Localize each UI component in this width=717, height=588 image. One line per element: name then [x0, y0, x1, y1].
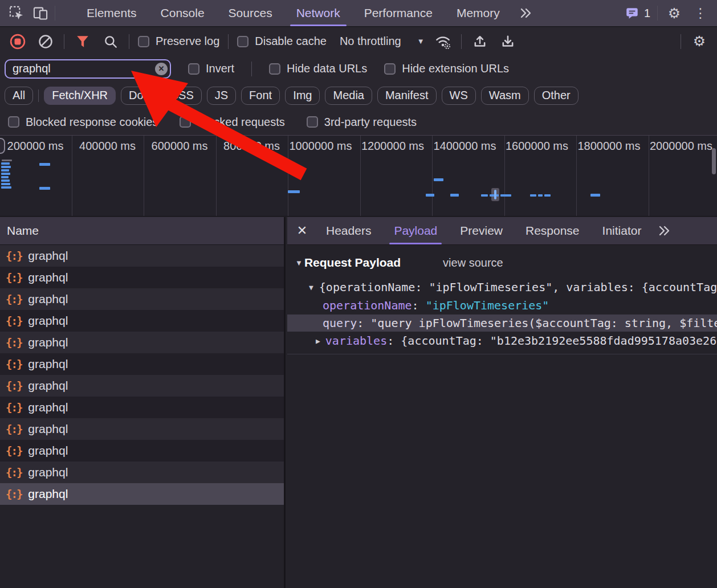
payload-query-line[interactable]: query : "query ipFlowTimeseries($account… [287, 315, 717, 332]
hide-data-urls-label: Hide data URLs [287, 62, 367, 75]
json-icon [6, 358, 22, 370]
timeline-tick: 1600000 ms [505, 136, 577, 216]
record-network-log-icon[interactable] [8, 32, 27, 51]
import-har-icon[interactable] [470, 32, 490, 51]
clear-filter-icon[interactable]: ✕ [155, 63, 168, 75]
triangle-right-icon: ▶ [316, 337, 320, 345]
tab-memory[interactable]: Memory [445, 0, 512, 26]
waterfall-bar [590, 194, 600, 197]
devtools-tab-bar: ElementsConsoleSourcesNetworkPerformance… [0, 0, 717, 27]
throttling-select[interactable]: No throttling ▼ [340, 35, 425, 48]
pill-css[interactable]: CSS [162, 87, 202, 105]
view-source-link[interactable]: view source [443, 256, 503, 270]
blocked-response-cookies-checkbox[interactable] [8, 116, 19, 128]
pill-media[interactable]: Media [325, 87, 372, 105]
more-details-tabs-icon[interactable] [655, 221, 674, 240]
json-icon [6, 336, 22, 349]
network-conditions-icon[interactable] [433, 32, 453, 51]
search-icon[interactable] [101, 32, 120, 51]
pill-wasm[interactable]: Wasm [481, 87, 529, 105]
preserve-log-checkbox[interactable] [138, 36, 149, 47]
payload-summary-line[interactable]: ▼ {operationName: "ipFlowTimeseries", va… [287, 278, 717, 296]
name-column-label: Name [7, 224, 39, 238]
request-name: graphql [28, 357, 68, 371]
blocked-response-cookies-toggle[interactable]: Blocked response cookies [8, 116, 158, 129]
request-row[interactable]: graphql [0, 332, 284, 353]
request-row[interactable]: graphql [0, 353, 284, 375]
waterfall-bar [500, 194, 511, 197]
request-row[interactable]: graphql [0, 375, 284, 397]
hide-extension-urls-toggle[interactable]: Hide extension URLs [384, 62, 509, 75]
tab-console[interactable]: Console [149, 0, 217, 26]
pill-ws[interactable]: WS [442, 87, 476, 105]
json-key: operationName [323, 299, 412, 312]
waterfall-bar [538, 194, 543, 197]
more-panels-icon[interactable] [516, 3, 536, 23]
pill-fetch-xhr[interactable]: Fetch/XHR [44, 87, 116, 105]
details-tab-headers[interactable]: Headers [315, 217, 382, 244]
disable-cache-label: Disable cache [255, 35, 327, 48]
details-tab-response[interactable]: Response [514, 217, 591, 244]
pill-other[interactable]: Other [534, 87, 579, 105]
details-tab-preview[interactable]: Preview [449, 217, 514, 244]
blocked-requests-checkbox[interactable] [180, 116, 191, 128]
blocked-requests-toggle[interactable]: Blocked requests [180, 116, 284, 129]
request-name: graphql [28, 336, 68, 349]
third-party-requests-checkbox[interactable] [307, 116, 318, 128]
pill-all[interactable]: All [5, 87, 33, 105]
name-column-header[interactable]: Name [0, 217, 284, 245]
request-row[interactable]: graphql [0, 267, 284, 288]
settings-gear-icon[interactable]: ⚙ [665, 3, 684, 23]
hide-extension-urls-checkbox[interactable] [384, 63, 396, 75]
third-party-requests-toggle[interactable]: 3rd-party requests [307, 116, 417, 129]
invert-checkbox[interactable] [188, 63, 199, 75]
tab-elements[interactable]: Elements [75, 0, 149, 26]
disable-cache-checkbox[interactable] [237, 36, 248, 47]
request-row[interactable]: graphql [0, 397, 284, 418]
pill-js[interactable]: JS [207, 87, 236, 105]
filter-icon[interactable] [73, 32, 92, 51]
kebab-menu-icon[interactable]: ⋮ [691, 3, 710, 23]
third-party-requests-label: 3rd-party requests [324, 116, 417, 129]
hide-data-urls-toggle[interactable]: Hide data URLs [269, 62, 367, 75]
details-tab-initiator[interactable]: Initiator [591, 217, 653, 244]
request-row[interactable]: graphql [0, 310, 284, 332]
tab-network[interactable]: Network [284, 0, 352, 26]
request-name: graphql [28, 379, 68, 393]
request-row[interactable]: graphql [0, 440, 284, 462]
inspect-element-icon[interactable] [7, 3, 26, 23]
request-row[interactable]: graphql [0, 288, 284, 310]
details-tab-payload[interactable]: Payload [382, 217, 449, 244]
preserve-log-toggle[interactable]: Preserve log [138, 35, 219, 48]
request-row[interactable]: graphql [0, 483, 284, 505]
hide-data-urls-checkbox[interactable] [269, 63, 280, 75]
tab-performance[interactable]: Performance [352, 0, 445, 26]
network-settings-gear-icon[interactable]: ⚙ [690, 32, 709, 51]
pill-font[interactable]: Font [241, 87, 280, 105]
device-toolbar-icon[interactable] [31, 3, 50, 23]
payload-operation-name-line[interactable]: operationName : "ipFlowTimeseries" [287, 296, 717, 315]
request-row[interactable]: graphql [0, 245, 284, 267]
pill-doc[interactable]: Doc [121, 87, 157, 105]
waterfall-overview[interactable]: 200000 ms400000 ms600000 ms800000 ms1000… [0, 135, 717, 217]
clear-network-log-icon[interactable] [36, 32, 55, 51]
request-name: graphql [28, 444, 68, 458]
json-string-value: "query ipFlowTimeseries($accountTag: str… [370, 316, 717, 330]
waterfall-bar [1, 162, 10, 165]
filter-input[interactable] [5, 59, 171, 79]
issues-button[interactable]: 1 [625, 6, 650, 21]
close-icon[interactable]: ✕ [290, 217, 315, 244]
tab-sources[interactable]: Sources [217, 0, 284, 26]
invert-toggle[interactable]: Invert [188, 62, 234, 75]
request-row[interactable]: graphql [0, 418, 284, 440]
request-row[interactable]: graphql [0, 462, 284, 483]
disable-cache-toggle[interactable]: Disable cache [237, 35, 327, 48]
pill-img[interactable]: Img [285, 87, 320, 105]
payload-summary-text: {operationName: "ipFlowTimeseries", vari… [319, 280, 717, 294]
request-name: graphql [28, 314, 68, 328]
request-payload-section[interactable]: ▼ Request Payload view source [295, 253, 717, 272]
pill-manifest[interactable]: Manifest [377, 87, 437, 105]
payload-variables-line[interactable]: ▶ variables : {accountTag: "b12e3b2192ee… [287, 332, 717, 350]
export-har-icon[interactable] [498, 32, 518, 51]
waterfall-bar [450, 194, 459, 197]
